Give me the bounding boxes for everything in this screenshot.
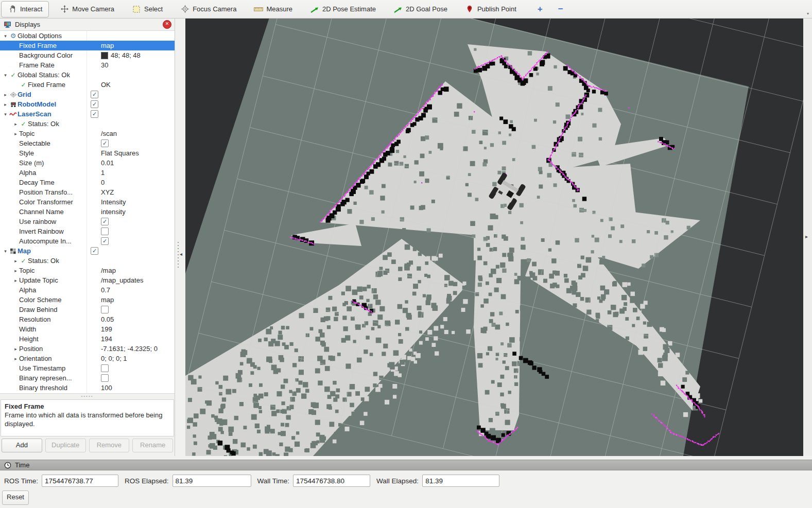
add-tool-button[interactable]: +: [532, 4, 548, 14]
panel-splitter[interactable]: ◂: [175, 19, 185, 456]
chevron-down-icon[interactable]: ▾: [2, 112, 9, 117]
tree-row-style[interactable]: StyleFlat Squares: [0, 148, 175, 158]
tree-row-alpha[interactable]: Alpha1: [0, 168, 175, 178]
property-value[interactable]: 0.01: [101, 159, 114, 167]
toolbar-button-interact[interactable]: Interact: [1, 1, 49, 17]
tree-row-status-ok[interactable]: ▸✓Status: Ok: [0, 119, 175, 129]
tree-row-height[interactable]: Height194: [0, 334, 175, 344]
property-value[interactable]: map: [101, 42, 114, 49]
tree-row-selectable[interactable]: Selectable✓: [0, 138, 175, 148]
property-value[interactable]: OK: [101, 81, 111, 89]
panel-resize-handle[interactable]: •••••: [0, 394, 175, 399]
tree-row-width[interactable]: Width199: [0, 324, 175, 334]
chevron-right-icon[interactable]: ▸: [2, 102, 9, 107]
chevron-right-icon[interactable]: ▸: [12, 121, 19, 127]
tree-row-color-scheme[interactable]: Color Schememap: [0, 295, 175, 305]
tree-row-resolution[interactable]: Resolution0.05: [0, 314, 175, 324]
toolbar-button-2d-goal-pose[interactable]: 2D Goal Pose: [387, 1, 454, 17]
tree-row-channel-name[interactable]: Channel Nameintensity: [0, 207, 175, 217]
tree-row-position-transfo[interactable]: Position Transfo...XYZ: [0, 187, 175, 197]
property-value[interactable]: 0.7: [101, 286, 110, 294]
checkbox-checked[interactable]: ✓: [101, 218, 109, 225]
property-value[interactable]: 0: [101, 179, 105, 186]
tree-row-orientation[interactable]: ▸Orientation0; 0; 0; 1: [0, 354, 175, 363]
property-value[interactable]: /scan: [101, 130, 117, 137]
tree-row-fixed-frame[interactable]: Fixed Framemap: [0, 41, 175, 50]
tree-row-grid[interactable]: ▸Grid✓: [0, 90, 175, 99]
chevron-down-icon[interactable]: ▾: [2, 33, 9, 39]
toolbar-button-select[interactable]: Select: [125, 1, 169, 17]
toolbar-overflow-icon[interactable]: ▾: [807, 11, 809, 16]
tree-row-invert-rainbow[interactable]: Invert Rainbow: [0, 226, 175, 236]
checkbox-checked[interactable]: ✓: [91, 91, 98, 98]
tree-row-binary-represen[interactable]: Binary represen...: [0, 373, 175, 383]
remove-tool-button[interactable]: −: [553, 4, 568, 14]
property-value[interactable]: /map_updates: [101, 276, 143, 284]
collapse-left-icon[interactable]: ◂: [180, 251, 182, 257]
property-value[interactable]: 194: [101, 335, 112, 343]
tree-row-laserscan[interactable]: ▾LaserScan✓: [0, 109, 175, 119]
add-button[interactable]: Add: [2, 439, 42, 452]
chevron-down-icon[interactable]: ▾: [2, 249, 9, 254]
tree-row-topic[interactable]: ▸Topic/map: [0, 266, 175, 275]
checkbox-unchecked[interactable]: [101, 374, 109, 382]
3d-viewport[interactable]: [185, 19, 803, 456]
reset-button[interactable]: Reset: [2, 491, 29, 505]
toolbar-button-focus-camera[interactable]: Focus Camera: [174, 1, 243, 17]
chevron-right-icon[interactable]: ▸: [12, 356, 19, 361]
property-value[interactable]: 100: [101, 384, 112, 392]
property-value[interactable]: map: [101, 296, 114, 304]
tree-row-autocompute-in[interactable]: Autocompute In...✓: [0, 236, 175, 246]
checkbox-checked[interactable]: ✓: [101, 139, 109, 147]
chevron-down-icon[interactable]: ▾: [2, 73, 9, 78]
tree-row-use-rainbow[interactable]: Use rainbow✓: [0, 217, 175, 226]
property-value[interactable]: Flat Squares: [101, 149, 139, 157]
property-value[interactable]: 30: [101, 61, 108, 69]
right-panel-strip[interactable]: ▸: [803, 19, 812, 456]
tree-row-position[interactable]: ▸Position-7.1631; -4.2325; 0: [0, 344, 175, 354]
checkbox-checked[interactable]: ✓: [91, 100, 98, 108]
property-value[interactable]: XYZ: [101, 188, 114, 196]
tree-row-status-ok[interactable]: ▸✓Status: Ok: [0, 256, 175, 266]
toolbar-button-measure[interactable]: Measure: [247, 1, 299, 17]
checkbox-checked[interactable]: ✓: [91, 247, 98, 255]
checkbox-checked[interactable]: ✓: [101, 237, 109, 245]
tree-row-global-options[interactable]: ▾⚙Global Options: [0, 31, 175, 41]
property-value[interactable]: intensity: [101, 208, 126, 216]
property-value[interactable]: 199: [101, 325, 112, 333]
tree-row-decay-time[interactable]: Decay Time0: [0, 178, 175, 187]
tree-row-fixed-frame[interactable]: ✓Fixed FrameOK: [0, 80, 175, 90]
tree-row-color-transformer[interactable]: Color TransformerIntensity: [0, 197, 175, 207]
tree-row-use-timestamp[interactable]: Use Timestamp: [0, 363, 175, 373]
tree-row-robotmodel[interactable]: ▸RobotModel✓: [0, 99, 175, 109]
checkbox-checked[interactable]: ✓: [91, 110, 98, 118]
tree-row-binary-threshold[interactable]: Binary threshold100: [0, 383, 175, 393]
tree-row-size-m[interactable]: Size (m)0.01: [0, 158, 175, 168]
property-value[interactable]: Intensity: [101, 198, 126, 206]
property-value[interactable]: 0; 0; 0; 1: [101, 355, 127, 362]
chevron-right-icon[interactable]: ▸: [12, 278, 19, 283]
toolbar-button-move-camera[interactable]: Move Camera: [53, 1, 121, 17]
chevron-right-icon[interactable]: ▸: [12, 131, 19, 136]
displays-panel-header[interactable]: Displays ✕: [0, 19, 175, 31]
time-panel-header[interactable]: Time: [0, 460, 812, 470]
checkbox-unchecked[interactable]: [101, 306, 109, 313]
checkbox-unchecked[interactable]: [101, 227, 109, 235]
tree-row-global-status-ok[interactable]: ▾✓Global Status: Ok: [0, 70, 175, 80]
wall-elapsed-input[interactable]: [422, 475, 499, 487]
tree-row-update-topic[interactable]: ▸Update Topic/map_updates: [0, 275, 175, 285]
tree-row-alpha[interactable]: Alpha0.7: [0, 285, 175, 295]
chevron-right-icon[interactable]: ▸: [2, 92, 9, 97]
tree-row-topic[interactable]: ▸Topic/scan: [0, 129, 175, 138]
toolbar-button-publish-point[interactable]: Publish Point: [458, 1, 523, 17]
tree-row-frame-rate[interactable]: Frame Rate30: [0, 60, 175, 70]
wall-time-input[interactable]: [293, 475, 370, 487]
chevron-right-icon[interactable]: ▸: [12, 268, 19, 273]
property-value[interactable]: 1: [101, 169, 105, 177]
tree-row-background-color[interactable]: Background Color48; 48; 48: [0, 50, 175, 60]
ros-time-input[interactable]: [42, 475, 118, 487]
collapse-right-icon[interactable]: ▸: [805, 234, 808, 239]
property-value[interactable]: -7.1631; -4.2325; 0: [101, 345, 158, 353]
tree-row-draw-behind[interactable]: Draw Behind: [0, 305, 175, 314]
property-value[interactable]: /map: [101, 267, 116, 274]
